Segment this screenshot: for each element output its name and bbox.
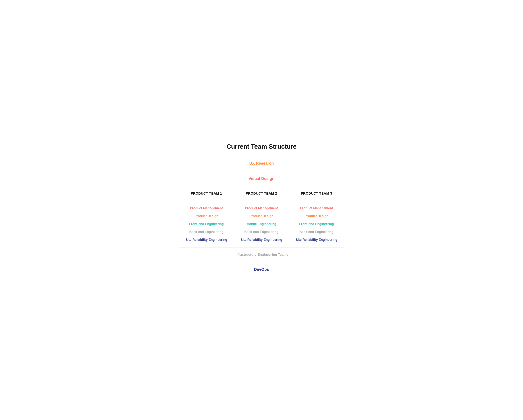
team3-product-design: Product Design [293,214,340,218]
visual-design-label: Visual Design [248,176,274,181]
devops-row: DevOps [179,262,344,277]
team3-engineering-1: Front-end Engineering [293,222,340,226]
ux-research-row: UX Research [179,156,344,171]
team3-back-end: Back-end Engineering [293,230,340,234]
devops-label: DevOps [254,267,269,272]
page-title: Current Team Structure [179,143,344,150]
team1-product-mgmt: Product Management [183,206,230,210]
team-header-1: PRODUCT TEAM 1 [179,186,234,201]
team1-back-end: Back-end Engineering [183,230,230,234]
team1-sre: Site Reliability Engineering [183,238,230,242]
team-header-2: PRODUCT TEAM 2 [234,186,289,201]
visual-design-row: Visual Design [179,171,344,186]
team1-engineering-1: Front-end Engineering [183,222,230,226]
team-2-cell: Product Management Product Design Mobile… [234,201,289,247]
team3-product-mgmt: Product Management [293,206,340,210]
infrastructure-label: Infrastructure Engineering Teams [235,253,288,256]
team-headers-row: PRODUCT TEAM 1 PRODUCT TEAM 2 PRODUCT TE… [179,186,344,201]
team2-sre: Site Reliability Engineering [238,238,285,242]
team2-product-mgmt: Product Management [238,206,285,210]
org-table: UX Research Visual Design PRODUCT TEAM 1… [179,156,344,277]
ux-research-label: UX Research [249,161,274,166]
team2-back-end: Back-end Engineering [238,230,285,234]
team2-engineering-1: Mobile Engineering [238,222,285,226]
team-3-cell: Product Management Product Design Front-… [289,201,344,247]
team-1-cell: Product Management Product Design Front-… [179,201,234,247]
team2-product-design: Product Design [238,214,285,218]
team1-product-design: Product Design [183,214,230,218]
infrastructure-row: Infrastructure Engineering Teams [179,247,344,262]
team3-sre: Site Reliability Engineering [293,238,340,242]
team-header-3: PRODUCT TEAM 3 [289,186,344,201]
teams-content-row: Product Management Product Design Front-… [179,201,344,247]
page-wrapper: Current Team Structure UX Research Visua… [179,143,344,277]
